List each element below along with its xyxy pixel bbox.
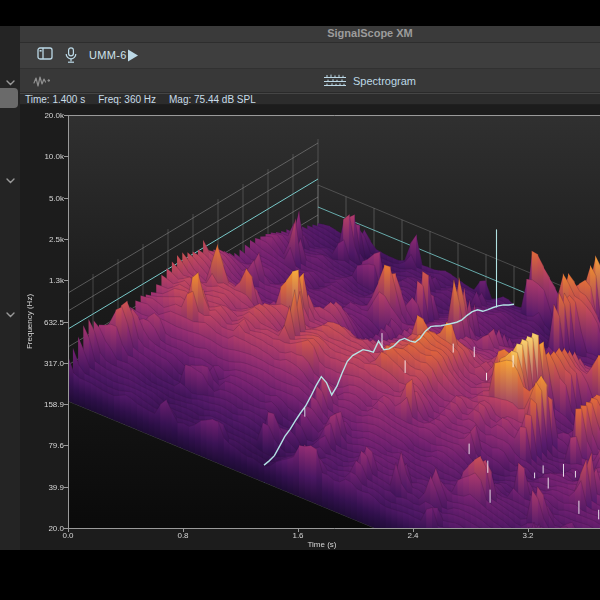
chevron-down-icon[interactable] bbox=[6, 312, 15, 318]
cursor-readout-bar: Time: 1.400 s Freq: 360 Hz Mag: 75.44 dB… bbox=[20, 93, 600, 105]
spectrogram-icon bbox=[324, 74, 346, 87]
tab-label: Spectrogram bbox=[353, 75, 416, 87]
desktop: SignalScope XM UMM-6 bbox=[0, 0, 600, 600]
time-tick-label: 0.8 bbox=[177, 531, 188, 540]
chevron-down-icon[interactable] bbox=[6, 80, 15, 86]
freq-tick-label: 10.0k bbox=[20, 152, 64, 161]
sidebar-selected-item[interactable] bbox=[0, 88, 18, 108]
sidebar-toggle-icon[interactable] bbox=[37, 47, 53, 60]
freq-tick-label: 79.6 bbox=[20, 441, 64, 450]
tab-bar: Spectrogram bbox=[20, 69, 600, 93]
freq-tick-label: 1.3k bbox=[20, 276, 64, 285]
readout-freq: Freq: 360 Hz bbox=[98, 94, 156, 105]
time-tick-label: 2.4 bbox=[407, 531, 418, 540]
spectrogram-3d-plot[interactable] bbox=[20, 107, 600, 550]
toolbar: UMM-6 bbox=[20, 43, 600, 69]
freq-tick-label: 20.0 bbox=[20, 524, 64, 533]
freq-tick-label: 158.9 bbox=[20, 400, 64, 409]
time-tick-label: 3.2 bbox=[522, 531, 533, 540]
microphone-icon[interactable] bbox=[65, 47, 77, 64]
time-tick-label: 1.6 bbox=[292, 531, 303, 540]
chevron-down-icon[interactable] bbox=[6, 178, 15, 184]
freq-tick-label: 317.0 bbox=[20, 358, 64, 367]
title-bar: SignalScope XM bbox=[20, 26, 600, 43]
app-window: SignalScope XM UMM-6 bbox=[20, 26, 600, 550]
readout-mag: Mag: 75.44 dB SPL bbox=[169, 94, 256, 105]
mini-sidebar bbox=[0, 26, 21, 550]
input-device-label[interactable]: UMM-6 bbox=[89, 49, 127, 61]
freq-tick-label: 20.0k bbox=[20, 111, 64, 120]
freq-tick-label: 39.9 bbox=[20, 482, 64, 491]
frequency-axis-title: Frequency (Hz) bbox=[25, 287, 34, 357]
time-tick-label: 0.0 bbox=[62, 531, 73, 540]
time-axis-title: Time (s) bbox=[307, 540, 336, 549]
waveform-icon[interactable] bbox=[33, 75, 51, 87]
play-icon[interactable] bbox=[127, 49, 139, 62]
window-title: SignalScope XM bbox=[327, 27, 413, 39]
tab-spectrogram[interactable]: Spectrogram bbox=[324, 69, 416, 92]
spectrogram-plot-area: 20.0k10.0k5.0k2.5k1.3k632.5317.0158.979.… bbox=[20, 107, 600, 550]
freq-tick-label: 2.5k bbox=[20, 234, 64, 243]
readout-time: Time: 1.400 s bbox=[25, 94, 85, 105]
freq-tick-label: 5.0k bbox=[20, 193, 64, 202]
